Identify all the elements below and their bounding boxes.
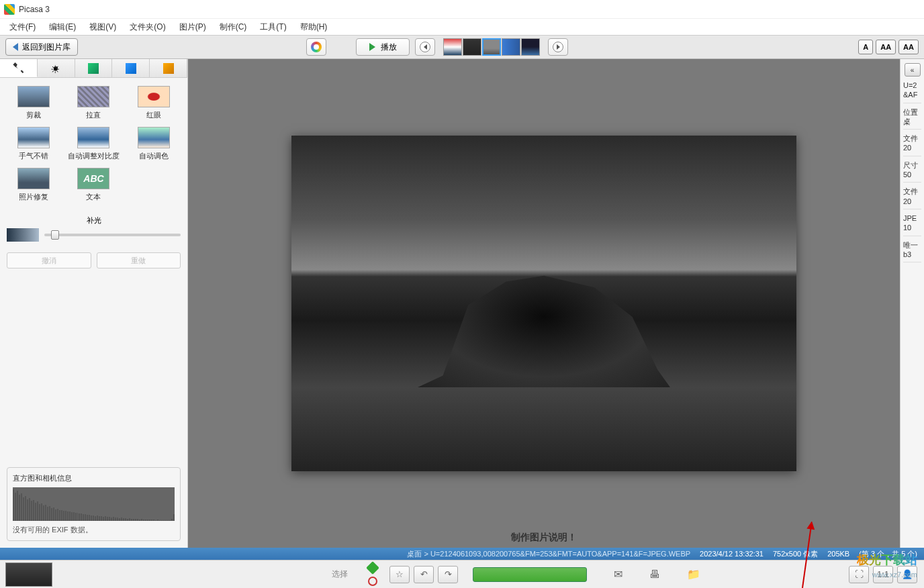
histogram-panel: 直方图和相机信息 没有可用的 EXIF 数据。: [7, 467, 181, 541]
menu-create[interactable]: 制作(C): [213, 20, 254, 34]
thumb-2[interactable]: [463, 38, 481, 56]
text-size-small[interactable]: A: [858, 40, 873, 54]
menu-edit[interactable]: 编辑(E): [42, 20, 83, 34]
tool-contrast[interactable]: 自动调整对比度: [66, 127, 122, 161]
title-bar: Picasa 3: [0, 0, 924, 19]
fill-light-track[interactable]: [44, 234, 181, 236]
histogram-chart: [13, 487, 175, 521]
edit-sidebar: ☀ 剪裁 拉直 红眼 手气不错 自动调整对比度 自动调色 照片修复 ABC文本 …: [0, 59, 188, 548]
lucky-icon: [17, 127, 50, 148]
print-icon[interactable]: 🖶: [649, 569, 660, 581]
fill-light-slider: 补光: [0, 210, 187, 247]
app-icon: [4, 4, 15, 15]
edit-tabs: ☀: [0, 59, 187, 78]
menu-folder[interactable]: 文件夹(O): [123, 20, 172, 34]
redeye-icon: [138, 86, 170, 107]
brush-icon: [88, 63, 99, 74]
menu-picture[interactable]: 图片(P): [173, 20, 213, 34]
crop-icon: [17, 86, 50, 107]
main-area: ☀ 剪裁 拉直 红眼 手气不错 自动调整对比度 自动调色 照片修复 ABC文本 …: [0, 59, 924, 548]
fit-button[interactable]: ⛶: [849, 566, 869, 583]
text-size-medium[interactable]: AA: [876, 40, 896, 54]
wrench-icon: [13, 62, 24, 73]
thumb-4[interactable]: [502, 38, 520, 56]
canvas-area[interactable]: [188, 59, 900, 548]
info-jpeg: JPE10: [903, 213, 921, 236]
rotate-right-button[interactable]: ↷: [438, 566, 458, 583]
contrast-icon: [77, 127, 109, 148]
thumbnail-strip: [443, 38, 540, 56]
next-photo-button[interactable]: [548, 38, 568, 56]
tool-text[interactable]: ABC文本: [66, 168, 122, 202]
info-sidebar: « U=2&AF 位置桌 文件20 尺寸50 文件20 JPE10 唯一b3: [900, 59, 924, 548]
histogram-title: 直方图和相机信息: [13, 473, 175, 483]
back-to-library-button[interactable]: 返回到图片库: [5, 38, 78, 56]
fill-light-label: 补光: [7, 215, 181, 226]
tool-retouch[interactable]: 照片修复: [5, 168, 62, 202]
menu-file[interactable]: 文件(F): [3, 20, 42, 34]
menu-help[interactable]: 帮助(H): [293, 20, 334, 34]
bottom-panel: 选择 ☆ ↶ ↷ ✉ 🖶 📁 ⛶ 1:1 👤: [0, 560, 924, 588]
text-icon: ABC: [77, 168, 109, 189]
info-location: 位置桌: [903, 107, 921, 130]
tool-lucky[interactable]: 手气不错: [5, 127, 62, 161]
email-icon[interactable]: ✉: [614, 568, 622, 581]
brush3-icon: [163, 63, 174, 74]
quick-actions: ☆ ↶ ↷: [383, 566, 465, 583]
tray-thumb[interactable]: [5, 562, 52, 587]
status-dimensions: 752x500 像素: [773, 549, 818, 559]
tool-color[interactable]: 自动调色: [126, 127, 182, 161]
status-bar: 桌面 > U=2124061093,008200765&FM=253&FMT=A…: [0, 548, 924, 560]
tab-tuning[interactable]: ☀: [38, 59, 75, 77]
tool-redeye[interactable]: 红眼: [126, 86, 182, 120]
arrow-left-icon: [13, 43, 18, 51]
collapse-info-button[interactable]: «: [905, 63, 921, 77]
caption-prompt[interactable]: 制作图片说明！: [511, 532, 577, 544]
share-button[interactable]: [473, 567, 587, 582]
thumb-5[interactable]: [521, 38, 540, 56]
export-icon[interactable]: 📁: [687, 568, 700, 581]
pin-icon[interactable]: [366, 561, 379, 575]
retouch-icon: [17, 168, 50, 189]
fill-light-preview: [7, 228, 39, 242]
text-size-large[interactable]: AA: [898, 40, 919, 54]
tab-effects1[interactable]: [75, 59, 113, 77]
photo-display: [291, 136, 796, 471]
slideshow-play-button[interactable]: 播放: [356, 38, 410, 56]
image-viewer: 制作图片说明！: [188, 59, 900, 548]
info-file: 文件20: [903, 134, 921, 156]
brush2-icon: [126, 63, 136, 74]
prev-photo-button[interactable]: [415, 38, 435, 56]
rotate-left-button[interactable]: ↶: [414, 566, 434, 583]
menu-bar: 文件(F) 编辑(E) 视图(V) 文件夹(O) 图片(P) 制作(C) 工具(…: [0, 19, 924, 35]
tab-effects2[interactable]: [112, 59, 150, 77]
tab-effects3[interactable]: [150, 59, 187, 77]
clear-tray-icon[interactable]: [368, 577, 377, 586]
info-size: 尺寸50: [903, 160, 921, 183]
tool-straighten[interactable]: 拉直: [66, 86, 122, 120]
undo-button[interactable]: 撤消: [7, 252, 91, 268]
histogram-note: 没有可用的 EXIF 数据。: [13, 525, 175, 535]
star-button[interactable]: ☆: [389, 566, 410, 583]
color-palette-button[interactable]: [306, 38, 326, 56]
slider-thumb[interactable]: [51, 230, 59, 240]
back-label: 返回到图片库: [22, 42, 71, 53]
thumb-1[interactable]: [443, 38, 462, 56]
sun-icon: ☀: [50, 63, 61, 74]
watermark-url: www.xz7.com: [872, 571, 917, 579]
tab-basic[interactable]: [0, 59, 38, 77]
palette-icon: [311, 42, 322, 52]
select-label: 选择: [59, 569, 361, 580]
tool-grid: 剪裁 拉直 红眼 手气不错 自动调整对比度 自动调色 照片修复 ABC文本: [0, 78, 187, 210]
play-label: 播放: [381, 42, 397, 53]
redo-button[interactable]: 重做: [97, 252, 181, 268]
watermark-brand: 极光下载站: [857, 552, 917, 568]
info-filesize: 文件20: [903, 187, 921, 209]
status-breadcrumb: 桌面 > U=2124061093,008200765&FM=253&FMT=A…: [407, 549, 690, 559]
thumb-3-selected[interactable]: [482, 38, 501, 56]
tool-crop[interactable]: 剪裁: [5, 86, 62, 120]
menu-view[interactable]: 视图(V): [83, 20, 123, 34]
menu-tools[interactable]: 工具(T): [253, 20, 293, 34]
color-icon: [138, 127, 170, 148]
photo-tray: 选择: [0, 562, 383, 587]
